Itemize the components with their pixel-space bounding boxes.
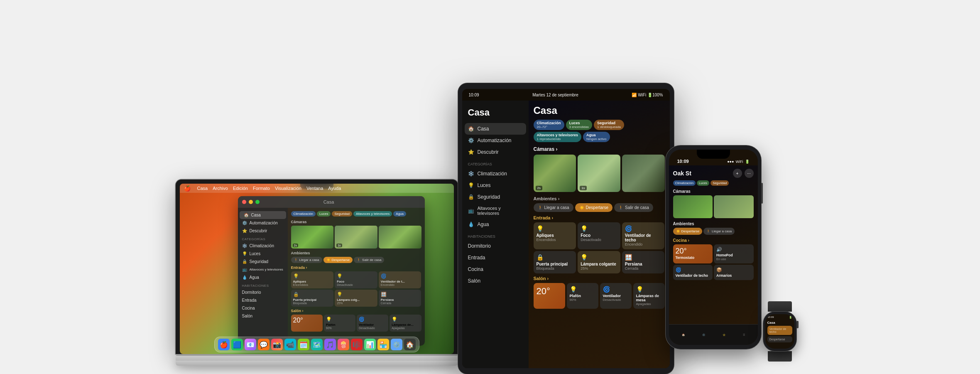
ipad-cam-3[interactable] [622,155,665,192]
ipad-salon-temp[interactable]: 20° [534,283,565,309]
ipad-sidebar-luces[interactable]: 💡 Luces [462,180,529,191]
salon-temp-card[interactable]: 20° [291,315,323,332]
dock-music[interactable]: 🎼 [351,339,363,350]
iphone-ambiente-llegar[interactable]: 🚶 Llegar a casa [703,228,735,235]
camera-thumb-2[interactable]: 1s [335,226,377,249]
sidebar-item-seguridad[interactable]: 🔒 Seguridad [238,258,288,266]
chip-climatizacion[interactable]: Climatización [291,211,316,217]
watch-crown[interactable] [796,321,799,328]
device-card-foco[interactable]: 💡 Foco Desactivado [335,271,377,288]
sidebar-item-salon[interactable]: Salón [238,312,288,320]
iphone-side-button[interactable] [761,183,763,204]
ipad-device-lampara[interactable]: 💡 Lámpara colgante 25% [578,251,620,273]
dock-appletv[interactable]: 🍿 [338,339,349,350]
watch-card-1[interactable]: Ventilador de techo [767,326,792,335]
device-card-lampara[interactable]: 💡 Lámpara colg... 25% [335,290,377,307]
device-card-puerta[interactable]: 🔒 Puerta principal Bloqueada [291,290,334,307]
ipad-chip-clima[interactable]: Climatización 20–72° [534,120,564,130]
ipad-ambiente-despertar[interactable]: ☀️ Despertarse [575,203,612,212]
menu-visualizacion[interactable]: Visualización [275,186,301,191]
dock-mail[interactable]: 📧 [245,339,256,350]
ipad-sidebar-seg[interactable]: 🔒 Seguridad [462,191,529,203]
ambiente-despertar[interactable]: ☀️ Despertarse [323,257,353,263]
ipad-salon-vent[interactable]: 🌀 Ventilador Desactivado [600,283,632,309]
sidebar-item-climatizacion[interactable]: ❄️ Climatización [238,242,288,250]
iphone-ambiente-despertar[interactable]: ☀️ Despertarse [673,228,703,235]
ipad-sidebar-dormitorio[interactable]: Dormitorio [462,240,529,252]
sidebar-item-casa[interactable]: 🏠 Casa [240,211,286,219]
chip-luces[interactable]: Luces [317,211,331,217]
ipad-chip-alt[interactable]: Altavoces y televisores 1 reproduciendo [534,132,582,142]
ipad-sidebar-alt[interactable]: 📺 Altavoces y televisores [462,203,529,219]
sidebar-item-descubrir[interactable]: ⭐ Descubrir [238,227,288,235]
dock-calendar[interactable]: 🗓️ [298,339,309,350]
ipad-salon-lamparas[interactable]: 💡 Lámparas de mesa Apagadas [633,283,665,309]
iphone-chip-luces[interactable]: Luces [697,180,709,186]
ambiente-salir[interactable]: 🚶 Salir de casa [354,257,384,263]
dock-maps[interactable]: 🗺️ [311,339,323,350]
ipad-chip-agua[interactable]: Agua Ningún activo [583,132,610,142]
ipad-device-apliques[interactable]: 💡 Apliques Encendidos [534,222,576,249]
iphone-armarios-card[interactable]: 📦 Armarios [714,265,754,280]
ambiente-llegar[interactable]: 🚶 Llegar a casa [291,257,322,263]
dock-finder[interactable]: 🍎 [218,339,230,350]
ipad-ambiente-salir[interactable]: 🚶 Salir de casa [614,203,653,212]
ipad-device-foco[interactable]: 💡 Foco Desactivado [578,222,620,249]
sidebar-item-dormitorio[interactable]: Dormitorio [238,288,288,296]
iphone-ellipsis-button[interactable]: ··· [745,169,754,178]
apple-menu[interactable]: 🍎 [184,185,191,192]
device-card-ventilador[interactable]: 🌀 Ventilador de t... Encendido [379,271,421,288]
dock-system[interactable]: ⚙️ [391,339,402,350]
ipad-chip-luces[interactable]: Luces 3 encendidas [566,120,593,130]
salon-plafon-card[interactable]: 💡 Plafón 90% [324,315,355,332]
menu-edicion[interactable]: Edición [233,186,248,191]
iphone-temp-card[interactable]: 20° Termostato [673,244,713,263]
dock-facetime[interactable]: 📹 [284,339,296,350]
dock-numbers[interactable]: 📊 [364,339,376,350]
ipad-sidebar-auto[interactable]: ⚙️ Automatización [462,135,529,146]
ipad-device-persiana[interactable]: 🪟 Persiana Cerrada [622,251,665,273]
dock-itunes[interactable]: 🎵 [324,339,336,350]
salon-ventilador-card[interactable]: 🌀 Ventilador Desactivado [357,315,388,332]
dock-home[interactable]: 🏠 [404,339,416,350]
ipad-cam-1[interactable]: 2s [534,155,576,192]
chip-altavoces[interactable]: Altavoces y televisores [353,211,392,217]
iphone-cam-2[interactable] [714,195,754,218]
iphone-tab-more[interactable]: ☰ [743,333,745,336]
sidebar-item-luces[interactable]: 💡 Luces [238,250,288,258]
ipad-sidebar-descubrir[interactable]: ⭐ Descubrir [462,146,529,158]
menu-casa[interactable]: Casa [197,186,208,191]
sidebar-item-entrada[interactable]: Entrada [238,296,288,304]
device-card-persiana[interactable]: 🪟 Persiana Cerrada [379,290,421,307]
iphone-cam-1[interactable] [673,195,713,218]
iphone-vent-card[interactable]: 🌀 Ventilador de techo [673,265,713,280]
ipad-sidebar-clima[interactable]: ❄️ Climatización [462,168,529,180]
camera-thumb-1[interactable]: 2s [291,226,334,249]
camera-thumb-3[interactable] [379,226,421,249]
iphone-plus-button[interactable]: + [733,169,742,178]
ipad-sidebar-agua[interactable]: 💧 Agua [462,219,529,230]
iphone-tab-home[interactable]: 🏠 [682,333,685,336]
menu-archivo[interactable]: Archivo [213,186,228,191]
iphone-chip-seg[interactable]: Seguridad [710,180,729,186]
ipad-chip-seg[interactable]: Seguridad 1 desbloqueada [594,120,624,130]
dock-messages[interactable]: 💬 [258,339,270,350]
menu-formato[interactable]: Formato [253,186,270,191]
ipad-salon-plafon[interactable]: 💡 Plafón 90% [567,283,598,309]
sidebar-item-altavoces[interactable]: 📺 Altavoces y televisores [238,266,288,273]
ipad-sidebar-cocina[interactable]: Cocina [462,263,529,275]
ipad-device-puerta[interactable]: 🔒 Puerta principal Bloqueada [534,251,576,273]
ipad-sidebar-entrada[interactable]: Entrada [462,252,529,263]
salon-lamparas-card[interactable]: 💡 Lámparas de... Apagadas [390,315,421,332]
dock-launchpad[interactable]: 🟦 [231,339,243,350]
sidebar-item-agua[interactable]: 💧 Agua [238,273,288,281]
ipad-cam-2[interactable]: 1s [578,155,620,192]
sidebar-item-cocina[interactable]: Cocina [238,304,288,312]
iphone-tab-auto[interactable]: ⚙️ [702,333,705,336]
device-card-apliques[interactable]: 💡 Apliques Encendidos [291,271,334,288]
sidebar-item-automatizacion[interactable]: ⚙️ Automatización [238,219,288,227]
iphone-chip-clima[interactable]: Climatización [673,180,696,186]
menu-ayuda[interactable]: Ayuda [328,186,341,191]
ipad-device-ventilador[interactable]: 🌀 Ventilador de techo Encendido [622,222,665,249]
ipad-ambiente-llegar[interactable]: 🚶 Llegar a casa [534,203,573,212]
